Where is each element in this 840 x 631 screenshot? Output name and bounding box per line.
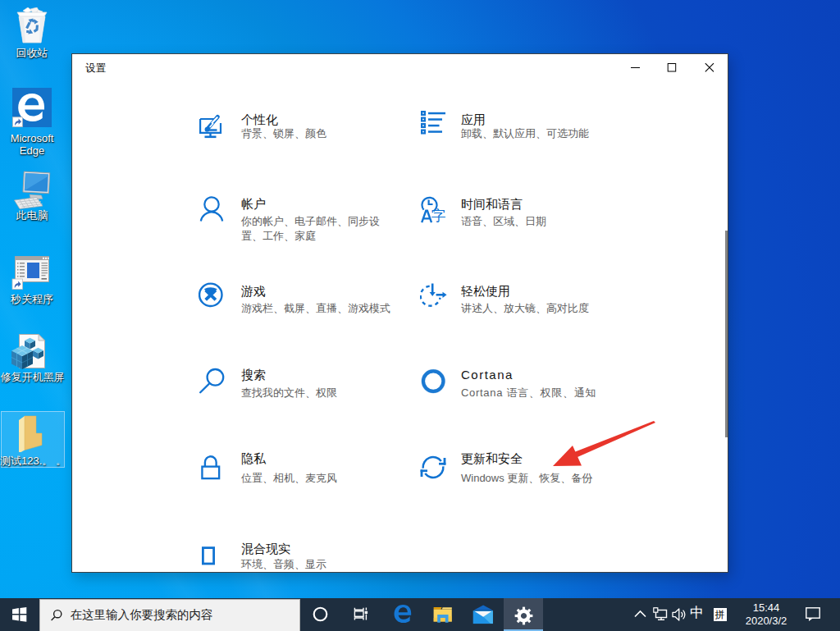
svg-text:字: 字 (431, 208, 446, 224)
